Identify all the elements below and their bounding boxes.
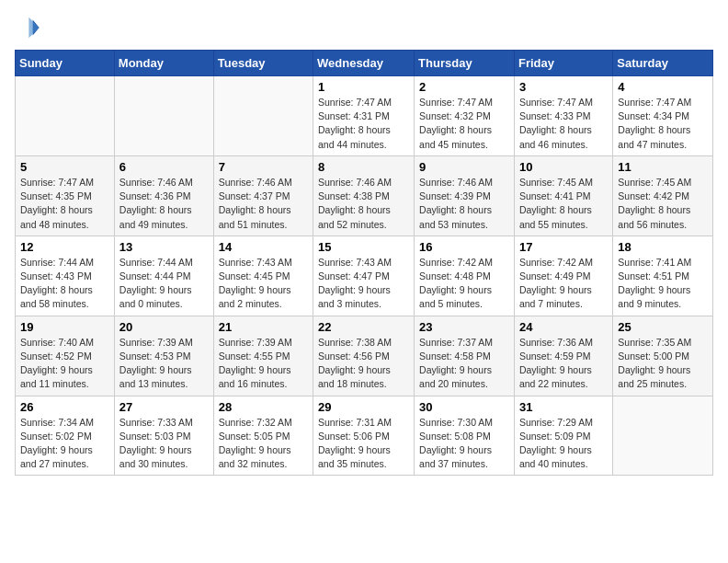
- day-cell-17: 17Sunrise: 7:42 AM Sunset: 4:49 PM Dayli…: [514, 236, 612, 316]
- day-cell-8: 8Sunrise: 7:46 AM Sunset: 4:38 PM Daylig…: [313, 155, 415, 236]
- day-number: 24: [519, 320, 608, 334]
- day-info: Sunrise: 7:47 AM Sunset: 4:33 PM Dayligh…: [519, 96, 608, 152]
- day-info: Sunrise: 7:46 AM Sunset: 4:37 PM Dayligh…: [219, 176, 308, 232]
- day-cell-7: 7Sunrise: 7:46 AM Sunset: 4:37 PM Daylig…: [213, 155, 313, 236]
- svg-marker-1: [28, 17, 39, 38]
- day-cell-15: 15Sunrise: 7:43 AM Sunset: 4:47 PM Dayli…: [313, 236, 415, 316]
- week-row-5: 26Sunrise: 7:34 AM Sunset: 5:02 PM Dayli…: [16, 396, 713, 476]
- day-info: Sunrise: 7:46 AM Sunset: 4:38 PM Dayligh…: [318, 176, 409, 232]
- day-header-sunday: Sunday: [16, 51, 115, 76]
- day-number: 10: [519, 160, 608, 174]
- header: [15, 15, 713, 40]
- day-number: 21: [219, 320, 308, 334]
- day-number: 8: [318, 160, 409, 174]
- day-number: 6: [119, 160, 209, 174]
- day-cell-5: 5Sunrise: 7:47 AM Sunset: 4:35 PM Daylig…: [16, 155, 115, 236]
- day-cell-12: 12Sunrise: 7:44 AM Sunset: 4:43 PM Dayli…: [16, 236, 115, 316]
- day-number: 2: [419, 80, 509, 94]
- day-number: 12: [20, 240, 109, 254]
- day-cell-22: 22Sunrise: 7:38 AM Sunset: 4:56 PM Dayli…: [313, 316, 415, 396]
- day-number: 23: [419, 320, 509, 334]
- day-header-monday: Monday: [114, 51, 213, 76]
- day-info: Sunrise: 7:39 AM Sunset: 4:53 PM Dayligh…: [119, 336, 209, 392]
- day-info: Sunrise: 7:46 AM Sunset: 4:36 PM Dayligh…: [119, 176, 209, 232]
- day-info: Sunrise: 7:43 AM Sunset: 4:45 PM Dayligh…: [219, 256, 308, 312]
- day-cell-2: 2Sunrise: 7:47 AM Sunset: 4:32 PM Daylig…: [415, 76, 515, 156]
- day-info: Sunrise: 7:47 AM Sunset: 4:31 PM Dayligh…: [318, 96, 409, 152]
- day-info: Sunrise: 7:42 AM Sunset: 4:48 PM Dayligh…: [419, 256, 509, 312]
- day-cell-14: 14Sunrise: 7:43 AM Sunset: 4:45 PM Dayli…: [213, 236, 313, 316]
- day-info: Sunrise: 7:40 AM Sunset: 4:52 PM Dayligh…: [20, 336, 109, 392]
- day-info: Sunrise: 7:43 AM Sunset: 4:47 PM Dayligh…: [318, 256, 409, 312]
- day-cell-29: 29Sunrise: 7:31 AM Sunset: 5:06 PM Dayli…: [313, 396, 415, 476]
- day-info: Sunrise: 7:45 AM Sunset: 4:42 PM Dayligh…: [618, 176, 708, 232]
- day-cell-23: 23Sunrise: 7:37 AM Sunset: 4:58 PM Dayli…: [415, 316, 515, 396]
- day-number: 26: [20, 400, 109, 414]
- day-info: Sunrise: 7:47 AM Sunset: 4:34 PM Dayligh…: [618, 96, 708, 152]
- week-row-2: 5Sunrise: 7:47 AM Sunset: 4:35 PM Daylig…: [16, 155, 713, 236]
- day-header-tuesday: Tuesday: [213, 51, 313, 76]
- day-info: Sunrise: 7:36 AM Sunset: 4:59 PM Dayligh…: [519, 336, 608, 392]
- day-number: 3: [519, 80, 608, 94]
- day-number: 19: [20, 320, 109, 334]
- day-number: 17: [519, 240, 608, 254]
- day-header-thursday: Thursday: [415, 51, 515, 76]
- logo-icon: [15, 15, 40, 40]
- day-number: 30: [419, 400, 509, 414]
- day-number: 5: [20, 160, 109, 174]
- day-header-saturday: Saturday: [613, 51, 713, 76]
- day-number: 15: [318, 240, 409, 254]
- day-info: Sunrise: 7:45 AM Sunset: 4:41 PM Dayligh…: [519, 176, 608, 232]
- day-number: 27: [119, 400, 209, 414]
- day-cell-21: 21Sunrise: 7:39 AM Sunset: 4:55 PM Dayli…: [213, 316, 313, 396]
- empty-cell: [213, 76, 313, 156]
- day-info: Sunrise: 7:32 AM Sunset: 5:05 PM Dayligh…: [219, 416, 308, 472]
- day-number: 14: [219, 240, 308, 254]
- day-info: Sunrise: 7:47 AM Sunset: 4:32 PM Dayligh…: [419, 96, 509, 152]
- calendar-table: SundayMondayTuesdayWednesdayThursdayFrid…: [15, 50, 713, 476]
- day-cell-6: 6Sunrise: 7:46 AM Sunset: 4:36 PM Daylig…: [114, 155, 213, 236]
- day-number: 22: [318, 320, 409, 334]
- day-number: 25: [618, 320, 708, 334]
- day-number: 1: [318, 80, 409, 94]
- day-cell-25: 25Sunrise: 7:35 AM Sunset: 5:00 PM Dayli…: [613, 316, 713, 396]
- day-cell-13: 13Sunrise: 7:44 AM Sunset: 4:44 PM Dayli…: [114, 236, 213, 316]
- day-number: 16: [419, 240, 509, 254]
- day-info: Sunrise: 7:47 AM Sunset: 4:35 PM Dayligh…: [20, 176, 109, 232]
- day-info: Sunrise: 7:42 AM Sunset: 4:49 PM Dayligh…: [519, 256, 608, 312]
- day-number: 11: [618, 160, 708, 174]
- day-cell-19: 19Sunrise: 7:40 AM Sunset: 4:52 PM Dayli…: [16, 316, 115, 396]
- day-cell-30: 30Sunrise: 7:30 AM Sunset: 5:08 PM Dayli…: [415, 396, 515, 476]
- day-cell-11: 11Sunrise: 7:45 AM Sunset: 4:42 PM Dayli…: [613, 155, 713, 236]
- day-cell-1: 1Sunrise: 7:47 AM Sunset: 4:31 PM Daylig…: [313, 76, 415, 156]
- day-cell-4: 4Sunrise: 7:47 AM Sunset: 4:34 PM Daylig…: [613, 76, 713, 156]
- day-cell-31: 31Sunrise: 7:29 AM Sunset: 5:09 PM Dayli…: [514, 396, 612, 476]
- week-row-4: 19Sunrise: 7:40 AM Sunset: 4:52 PM Dayli…: [16, 316, 713, 396]
- day-number: 13: [119, 240, 209, 254]
- day-cell-16: 16Sunrise: 7:42 AM Sunset: 4:48 PM Dayli…: [415, 236, 515, 316]
- day-number: 9: [419, 160, 509, 174]
- day-info: Sunrise: 7:46 AM Sunset: 4:39 PM Dayligh…: [419, 176, 509, 232]
- day-header-wednesday: Wednesday: [313, 51, 415, 76]
- day-info: Sunrise: 7:29 AM Sunset: 5:09 PM Dayligh…: [519, 416, 608, 472]
- day-number: 4: [618, 80, 708, 94]
- empty-cell: [613, 396, 713, 476]
- day-number: 18: [618, 240, 708, 254]
- day-info: Sunrise: 7:44 AM Sunset: 4:44 PM Dayligh…: [119, 256, 209, 312]
- week-row-1: 1Sunrise: 7:47 AM Sunset: 4:31 PM Daylig…: [16, 76, 713, 156]
- week-row-3: 12Sunrise: 7:44 AM Sunset: 4:43 PM Dayli…: [16, 236, 713, 316]
- day-info: Sunrise: 7:34 AM Sunset: 5:02 PM Dayligh…: [20, 416, 109, 472]
- day-number: 31: [519, 400, 608, 414]
- logo: [15, 15, 44, 40]
- day-number: 29: [318, 400, 409, 414]
- day-cell-24: 24Sunrise: 7:36 AM Sunset: 4:59 PM Dayli…: [514, 316, 612, 396]
- day-cell-3: 3Sunrise: 7:47 AM Sunset: 4:33 PM Daylig…: [514, 76, 612, 156]
- day-header-friday: Friday: [514, 51, 612, 76]
- day-info: Sunrise: 7:38 AM Sunset: 4:56 PM Dayligh…: [318, 336, 409, 392]
- day-info: Sunrise: 7:30 AM Sunset: 5:08 PM Dayligh…: [419, 416, 509, 472]
- day-number: 28: [219, 400, 308, 414]
- day-cell-28: 28Sunrise: 7:32 AM Sunset: 5:05 PM Dayli…: [213, 396, 313, 476]
- day-info: Sunrise: 7:39 AM Sunset: 4:55 PM Dayligh…: [219, 336, 308, 392]
- day-number: 20: [119, 320, 209, 334]
- day-cell-10: 10Sunrise: 7:45 AM Sunset: 4:41 PM Dayli…: [514, 155, 612, 236]
